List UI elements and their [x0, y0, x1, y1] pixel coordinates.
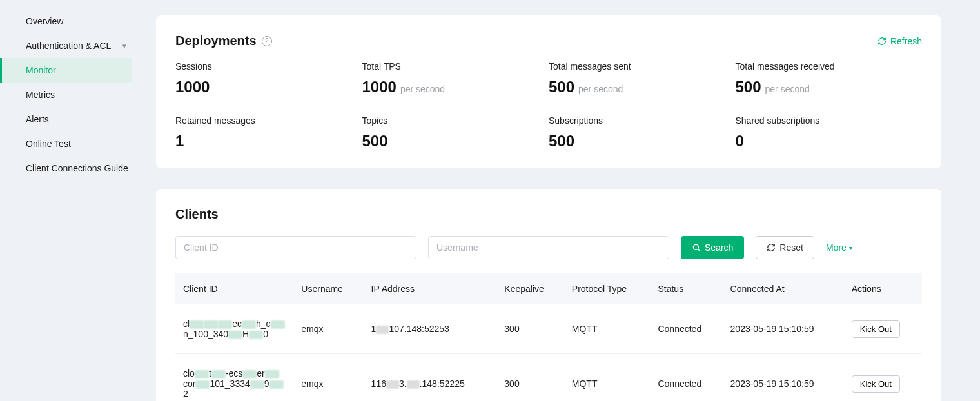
stat-value: 500per second [736, 78, 923, 96]
sidebar-item-label: Metrics [26, 90, 55, 100]
stat-total-tps: Total TPS 1000per second [362, 61, 549, 96]
table-row: clech_cn_100_340H0emqx1107.148:52253300M… [175, 304, 922, 354]
deployments-title-text: Deployments [175, 34, 257, 48]
stat-label: Retained messages [175, 115, 362, 126]
refresh-icon [877, 37, 887, 46]
clients-title: Clients [175, 207, 922, 222]
stat-label: Shared subscriptions [736, 115, 923, 126]
kick-out-button[interactable]: Kick Out [852, 320, 900, 338]
sidebar: Overview Authentication & ACL ▾ Monitor … [0, 0, 141, 401]
stat-value: 1000per second [362, 78, 549, 96]
stat-label: Topics [362, 115, 549, 126]
stat-value: 1000 [175, 78, 362, 96]
col-username: Username [293, 273, 363, 304]
username-cell: emqx [293, 354, 363, 402]
stat-total-messages-sent: Total messages sent 500per second [549, 61, 736, 96]
actions-cell: Kick Out [844, 304, 922, 354]
stat-shared-subscriptions: Shared subscriptions 0 [736, 115, 923, 150]
status-cell: Connected [650, 304, 722, 354]
clients-table: Client ID Username IP Address Keepalive … [175, 273, 922, 401]
sidebar-item-monitor[interactable]: Monitor [0, 58, 132, 83]
refresh-button[interactable]: Refresh [877, 36, 922, 46]
username-cell: emqx [293, 304, 363, 354]
actions-cell: Kick Out [844, 354, 922, 402]
deployments-card: Deployments ? Refresh Sessions 1000 Tota… [156, 15, 941, 168]
kick-out-button[interactable]: Kick Out [852, 375, 900, 393]
stat-value: 500 [362, 132, 549, 150]
stat-total-messages-received: Total messages received 500per second [736, 61, 923, 96]
sidebar-item-online-test[interactable]: Online Test [0, 132, 141, 156]
chevron-down-icon: ▾ [849, 244, 852, 251]
stat-value: 1 [175, 132, 362, 150]
redacted-chunk [265, 370, 279, 378]
reset-icon [767, 243, 776, 252]
stat-value: 0 [736, 132, 923, 150]
redacted-chunk [242, 370, 257, 378]
redacted-chunk [228, 331, 242, 339]
client-id-cell[interactable]: clech_cn_100_340H0 [175, 304, 293, 354]
chevron-down-icon: ▾ [122, 42, 126, 50]
stat-value: 500 [549, 132, 736, 150]
sidebar-item-label: Overview [26, 16, 63, 26]
stat-retained-messages: Retained messages 1 [175, 115, 362, 150]
redacted-chunk [376, 326, 389, 334]
reset-button-label: Reset [779, 242, 803, 253]
keepalive-cell: 300 [496, 304, 564, 354]
redacted-chunk [242, 320, 256, 329]
col-protocol-type: Protocol Type [564, 273, 651, 304]
connected-at-cell: 2023-05-19 15:10:59 [723, 304, 844, 354]
more-link[interactable]: More ▾ [826, 242, 852, 253]
keepalive-cell: 300 [496, 354, 564, 402]
clients-search-row: Search Reset More ▾ [175, 236, 922, 259]
client-id-input[interactable] [175, 236, 416, 259]
search-button[interactable]: Search [681, 236, 744, 259]
search-icon [692, 243, 701, 252]
col-actions: Actions [844, 273, 922, 304]
redacted-chunk [270, 380, 284, 389]
col-connected-at: Connected At [723, 273, 844, 304]
redacted-chunk [407, 380, 420, 389]
protocol-cell: MQTT [564, 304, 651, 354]
sidebar-item-overview[interactable]: Overview [0, 9, 141, 34]
main-content: Deployments ? Refresh Sessions 1000 Tota… [141, 0, 980, 401]
sidebar-item-authentication-acl[interactable]: Authentication & ACL ▾ [0, 34, 141, 58]
stat-label: Total messages sent [549, 61, 736, 72]
sidebar-item-metrics[interactable]: Metrics [0, 83, 141, 107]
reset-button[interactable]: Reset [756, 236, 814, 259]
redacted-chunk [195, 380, 210, 389]
table-row: clot-ecser_cor101_333492emqx1163..148:52… [175, 354, 922, 402]
client-id-cell[interactable]: clot-ecser_cor101_333492 [175, 354, 293, 402]
stat-label: Total TPS [362, 61, 549, 72]
help-icon[interactable]: ? [262, 36, 272, 46]
stat-label: Subscriptions [549, 115, 736, 126]
col-keepalive: Keepalive [496, 273, 564, 304]
svg-point-0 [693, 244, 698, 249]
stats-grid: Sessions 1000 Total TPS 1000per second T… [175, 61, 922, 150]
col-ip-address: IP Address [364, 273, 497, 304]
refresh-label: Refresh [890, 36, 922, 46]
stat-label: Sessions [175, 61, 362, 72]
ip-address-cell: 1163..148:52225 [364, 354, 497, 402]
sidebar-item-label: Authentication & ACL [26, 41, 111, 51]
col-status: Status [650, 273, 722, 304]
stat-sessions: Sessions 1000 [175, 61, 362, 96]
col-client-id: Client ID [175, 273, 293, 304]
stat-value: 500per second [549, 78, 736, 96]
connected-at-cell: 2023-05-19 15:10:59 [723, 354, 844, 402]
deployments-title: Deployments ? [175, 34, 272, 48]
sidebar-item-label: Alerts [26, 114, 49, 124]
sidebar-item-label: Online Test [26, 139, 71, 149]
sidebar-item-alerts[interactable]: Alerts [0, 107, 141, 132]
sidebar-item-label: Monitor [26, 65, 56, 75]
redacted-chunk [218, 320, 232, 329]
stat-subscriptions: Subscriptions 500 [549, 115, 736, 150]
redacted-chunk [386, 380, 399, 389]
sidebar-item-label: Client Connections Guide [26, 163, 128, 173]
sidebar-item-client-connections-guide[interactable]: Client Connections Guide [0, 156, 141, 181]
search-button-label: Search [705, 242, 733, 253]
protocol-cell: MQTT [564, 354, 651, 402]
redacted-chunk [195, 370, 209, 378]
redacted-chunk [249, 331, 263, 339]
redacted-chunk [211, 370, 226, 378]
username-input[interactable] [428, 236, 669, 259]
